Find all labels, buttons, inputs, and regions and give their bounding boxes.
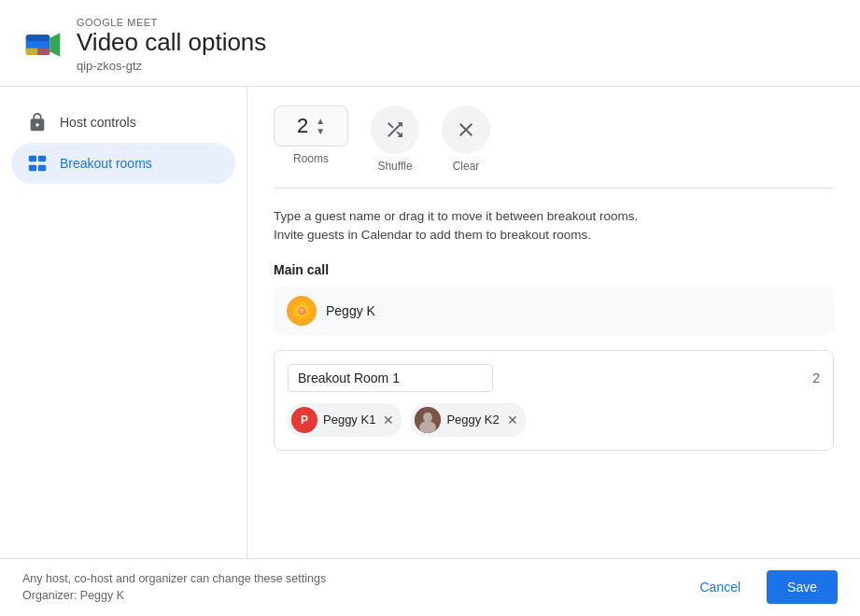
instruction-line2: Invite guests in Calendar to add them to… xyxy=(274,226,834,245)
google-meet-logo-svg xyxy=(22,24,63,65)
sidebar: Host controls Breakout rooms xyxy=(0,87,247,557)
toolbar-row: 2 ▲ ▼ Rooms Shuffle xyxy=(274,105,834,189)
svg-rect-9 xyxy=(38,165,46,171)
svg-rect-8 xyxy=(29,165,36,171)
room-name-input[interactable] xyxy=(288,364,493,392)
sidebar-item-label-host-controls: Host controls xyxy=(60,115,136,130)
shuffle-icon xyxy=(384,119,406,141)
breakout-icon xyxy=(26,152,49,175)
spinner-arrows: ▲ ▼ xyxy=(316,117,325,136)
chip-close-peggy-k2[interactable]: ✕ xyxy=(507,413,518,427)
rooms-label: Rooms xyxy=(293,152,329,165)
footer-line1: Any host, co-host and organizer can chan… xyxy=(22,570,326,588)
participant-chip-peggy-k2: Peggy K2 ✕ xyxy=(411,403,525,437)
sidebar-item-label-breakout-rooms: Breakout rooms xyxy=(60,156,152,171)
app-name: GOOGLE MEET xyxy=(77,17,266,28)
save-button[interactable]: Save xyxy=(767,570,838,604)
shuffle-button[interactable]: Shuffle xyxy=(371,105,419,173)
main-call-participant-name: Peggy K xyxy=(326,303,375,318)
rooms-spinner[interactable]: 2 ▲ ▼ xyxy=(274,105,348,147)
clear-label: Clear xyxy=(453,160,480,173)
rooms-control: 2 ▲ ▼ Rooms xyxy=(274,105,348,165)
chip-close-peggy-k1[interactable]: ✕ xyxy=(383,413,394,427)
chip-name-peggy-k2: Peggy K2 xyxy=(446,413,499,427)
main-call-participant-row: 🌼 Peggy K xyxy=(274,287,834,335)
svg-rect-2 xyxy=(26,35,50,41)
svg-point-11 xyxy=(423,413,432,422)
meeting-id: qip-zkos-gtz xyxy=(77,59,266,73)
footer-buttons: Cancel Save xyxy=(683,570,838,604)
avatar-peggy-k2 xyxy=(415,407,441,433)
svg-rect-6 xyxy=(29,156,36,161)
rooms-increment[interactable]: ▲ xyxy=(316,117,325,126)
footer-line2: Organizer: Peggy K xyxy=(22,587,326,605)
sidebar-item-host-controls[interactable]: Host controls xyxy=(11,102,235,143)
clear-button[interactable]: Clear xyxy=(442,105,490,173)
right-panel: 2 ▲ ▼ Rooms Shuffle xyxy=(247,87,860,557)
shuffle-icon-circle xyxy=(371,105,419,154)
avatar-photo-svg xyxy=(415,407,441,433)
chip-name-peggy-k1: Peggy K1 xyxy=(323,413,375,427)
sidebar-item-breakout-rooms[interactable]: Breakout rooms xyxy=(11,143,235,184)
instruction-text: Type a guest name or drag it to move it … xyxy=(274,207,834,245)
rooms-decrement[interactable]: ▼ xyxy=(316,127,325,136)
room-count: 2 xyxy=(812,371,820,385)
clear-icon-circle xyxy=(442,105,490,154)
clear-icon xyxy=(455,119,477,141)
rooms-value: 2 xyxy=(297,114,308,138)
main-call-label: Main call xyxy=(274,262,834,277)
cancel-button[interactable]: Cancel xyxy=(683,570,757,604)
avatar-peggy-k1: P xyxy=(291,407,317,433)
main-content: Host controls Breakout rooms 2 xyxy=(0,87,860,557)
shuffle-label: Shuffle xyxy=(377,160,412,173)
header-text: GOOGLE MEET Video call options qip-zkos-… xyxy=(77,17,266,73)
participant-chip-peggy-k1: P Peggy K1 ✕ xyxy=(288,403,402,437)
header: GOOGLE MEET Video call options qip-zkos-… xyxy=(0,0,860,87)
footer: Any host, co-host and organizer can chan… xyxy=(0,558,860,617)
page-title: Video call options xyxy=(77,28,266,57)
svg-rect-7 xyxy=(38,156,46,161)
breakout-card-header: 2 xyxy=(288,364,820,392)
breakout-participants: P Peggy K1 ✕ Peggy K2 ✕ xyxy=(288,403,820,437)
avatar-emoji: 🌼 xyxy=(291,301,312,321)
instruction-line1: Type a guest name or drag it to move it … xyxy=(274,207,834,226)
avatar-peggy-k: 🌼 xyxy=(287,296,317,326)
lock-icon xyxy=(26,111,49,133)
footer-text: Any host, co-host and organizer can chan… xyxy=(22,570,326,606)
svg-rect-4 xyxy=(26,49,38,55)
svg-rect-5 xyxy=(38,49,50,55)
breakout-room-1-card: 2 P Peggy K1 ✕ xyxy=(274,350,834,451)
